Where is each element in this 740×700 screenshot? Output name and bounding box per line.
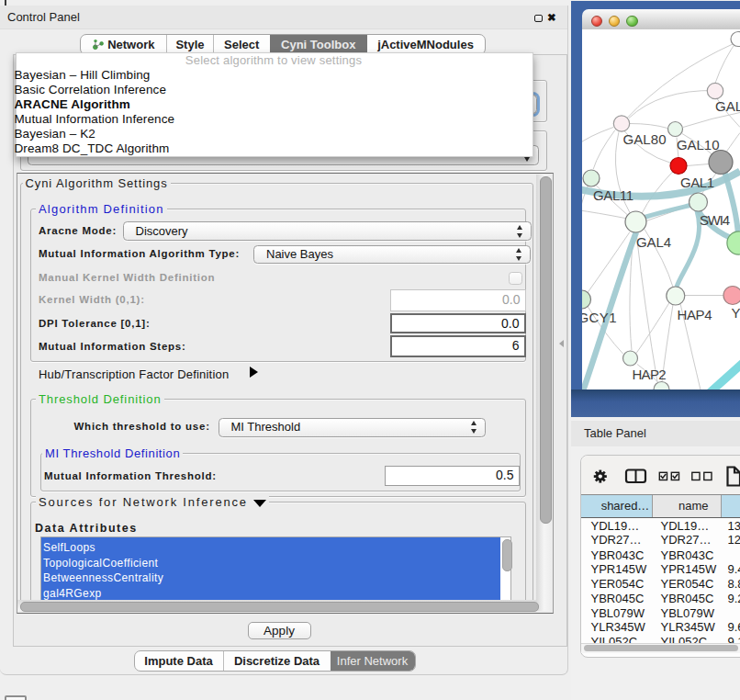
svg-text:GAL1: GAL1 — [680, 175, 714, 190]
svg-text:SWI4: SWI4 — [700, 212, 730, 228]
svg-text:HAP2: HAP2 — [633, 366, 667, 381]
svg-text:GAL10: GAL10 — [677, 137, 720, 152]
svg-text:GCY1: GCY1 — [582, 309, 617, 324]
svg-text:GAL80: GAL80 — [623, 130, 667, 146]
svg-text:HAP4: HAP4 — [678, 307, 712, 322]
svg-text:GAL11: GAL11 — [593, 186, 633, 202]
svg-text:GAL7: GAL7 — [715, 98, 740, 114]
svg-text:Y: Y — [732, 304, 740, 320]
svg-text:GAL4: GAL4 — [636, 234, 671, 250]
